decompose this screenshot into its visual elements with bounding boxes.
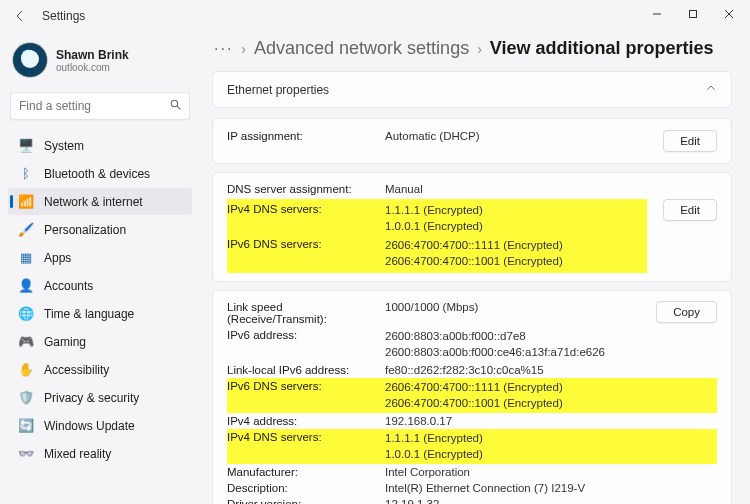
linkspeed-label: Link speed (Receive/Transmit): xyxy=(227,301,377,325)
ipv6addr-label: IPv6 address: xyxy=(227,329,377,341)
breadcrumb-current: View additional properties xyxy=(490,38,714,59)
lladdr-value: fe80::d262:f282:3c10:c0ca%15 xyxy=(385,364,717,376)
main-content: ··· › Advanced network settings › View a… xyxy=(200,32,750,504)
close-button[interactable] xyxy=(712,2,746,26)
ipv4-dns-value: 1.1.1.1 (Encrypted) 1.0.0.1 (Encrypted) xyxy=(385,203,647,234)
nav-label: Windows Update xyxy=(44,419,135,433)
sidebar-item-bluetooth-devices[interactable]: ᛒBluetooth & devices xyxy=(8,160,192,187)
nav-icon: 🎮 xyxy=(18,334,34,349)
nav-label: Bluetooth & devices xyxy=(44,167,150,181)
nav-icon: 🖌️ xyxy=(18,222,34,237)
nav-label: Network & internet xyxy=(44,195,143,209)
chevron-up-icon xyxy=(705,82,717,97)
ipv4addr-label: IPv4 address: xyxy=(227,415,377,427)
window-title: Settings xyxy=(42,9,85,23)
ipv6dns2-label: IPv6 DNS servers: xyxy=(227,380,377,392)
minimize-button[interactable] xyxy=(640,2,674,26)
ipv6dns2-value: 2606:4700:4700::1111 (Encrypted) 2606:47… xyxy=(385,380,717,411)
sidebar-item-accounts[interactable]: 👤Accounts xyxy=(8,272,192,299)
dns-assign-label: DNS server assignment: xyxy=(227,183,377,195)
ipv4addr-value: 192.168.0.17 xyxy=(385,415,717,427)
ipv6addr-value: 2600:8803:a00b:f000::d7e8 2600:8803:a00b… xyxy=(385,329,717,360)
nav-label: Mixed reality xyxy=(44,447,111,461)
search-input-wrap[interactable] xyxy=(10,92,190,120)
desc-value: Intel(R) Ethernet Connection (7) I219-V xyxy=(385,482,717,494)
card-title: Ethernet properties xyxy=(227,83,329,97)
sidebar-item-system[interactable]: 🖥️System xyxy=(8,132,192,159)
search-icon xyxy=(169,98,182,114)
sidebar-item-personalization[interactable]: 🖌️Personalization xyxy=(8,216,192,243)
sidebar-item-apps[interactable]: ▦Apps xyxy=(8,244,192,271)
sidebar-item-network-internet[interactable]: 📶Network & internet xyxy=(8,188,192,215)
nav-icon: ▦ xyxy=(18,250,34,265)
drv-label: Driver version: xyxy=(227,498,377,504)
nav-icon: 👓 xyxy=(18,446,34,461)
nav-label: Personalization xyxy=(44,223,126,237)
nav-label: Privacy & security xyxy=(44,391,139,405)
nav-icon: ✋ xyxy=(18,362,34,377)
ip-assignment-card: IP assignment: Automatic (DHCP) Edit xyxy=(212,118,732,164)
nav-icon: 📶 xyxy=(18,194,34,209)
nav-label: Apps xyxy=(44,251,71,265)
maximize-button[interactable] xyxy=(676,2,710,26)
nav-icon: 👤 xyxy=(18,278,34,293)
breadcrumb-more[interactable]: ··· xyxy=(214,40,233,58)
nav-label: Gaming xyxy=(44,335,86,349)
ipv6-dns-value: 2606:4700:4700::1111 (Encrypted) 2606:47… xyxy=(385,238,647,269)
dns-card: DNS server assignment: Manual Edit IPv4 … xyxy=(212,172,732,282)
account-name: Shawn Brink xyxy=(56,48,129,62)
edit-dns-button[interactable]: Edit xyxy=(663,199,717,221)
nav-label: Accounts xyxy=(44,279,93,293)
mfr-value: Intel Corporation xyxy=(385,466,717,478)
details-card: Link speed (Receive/Transmit): 1000/1000… xyxy=(212,290,732,504)
account-block[interactable]: Shawn Brink outlook.com xyxy=(12,42,188,78)
sidebar-item-time-language[interactable]: 🌐Time & language xyxy=(8,300,192,327)
sidebar: Shawn Brink outlook.com 🖥️SystemᛒBluetoo… xyxy=(0,32,200,504)
svg-line-3 xyxy=(177,106,180,109)
avatar xyxy=(12,42,48,78)
account-email: outlook.com xyxy=(56,62,129,73)
ipv6-dns-label: IPv6 DNS servers: xyxy=(227,238,377,250)
dns-assign-value: Manual xyxy=(385,183,655,195)
nav-label: Accessibility xyxy=(44,363,109,377)
drv-value: 12.19.1.32 xyxy=(385,498,717,504)
linkspeed-value: 1000/1000 (Mbps) xyxy=(385,301,648,313)
edit-ip-button[interactable]: Edit xyxy=(663,130,717,152)
mfr-label: Manufacturer: xyxy=(227,466,377,478)
titlebar: Settings xyxy=(0,0,750,32)
search-input[interactable] xyxy=(19,99,169,113)
nav-icon: 🌐 xyxy=(18,306,34,321)
copy-button[interactable]: Copy xyxy=(656,301,717,323)
sidebar-item-accessibility[interactable]: ✋Accessibility xyxy=(8,356,192,383)
sidebar-item-mixed-reality[interactable]: 👓Mixed reality xyxy=(8,440,192,467)
nav-icon: 🔄 xyxy=(18,418,34,433)
desc-label: Description: xyxy=(227,482,377,494)
sidebar-item-privacy-security[interactable]: 🛡️Privacy & security xyxy=(8,384,192,411)
svg-point-2 xyxy=(171,100,178,107)
breadcrumb-parent[interactable]: Advanced network settings xyxy=(254,38,469,59)
ip-assignment-label: IP assignment: xyxy=(227,130,377,142)
ip-assignment-value: Automatic (DHCP) xyxy=(385,130,655,142)
svg-rect-1 xyxy=(690,11,697,18)
ipv4-dns-label: IPv4 DNS servers: xyxy=(227,203,377,215)
nav-icon: 🖥️ xyxy=(18,138,34,153)
ipv4dns2-label: IPv4 DNS servers: xyxy=(227,431,377,443)
ipv4dns2-value: 1.1.1.1 (Encrypted) 1.0.0.1 (Encrypted) xyxy=(385,431,717,462)
breadcrumb: ··· › Advanced network settings › View a… xyxy=(214,38,732,59)
nav-label: System xyxy=(44,139,84,153)
sidebar-item-windows-update[interactable]: 🔄Windows Update xyxy=(8,412,192,439)
back-button[interactable] xyxy=(8,4,32,28)
ethernet-properties-card[interactable]: Ethernet properties xyxy=(212,71,732,108)
chevron-right-icon: › xyxy=(477,41,482,57)
lladdr-label: Link-local IPv6 address: xyxy=(227,364,377,376)
nav-icon: 🛡️ xyxy=(18,390,34,405)
chevron-right-icon: › xyxy=(241,41,246,57)
nav: 🖥️SystemᛒBluetooth & devices📶Network & i… xyxy=(8,132,192,467)
sidebar-item-gaming[interactable]: 🎮Gaming xyxy=(8,328,192,355)
nav-label: Time & language xyxy=(44,307,134,321)
nav-icon: ᛒ xyxy=(18,166,34,181)
